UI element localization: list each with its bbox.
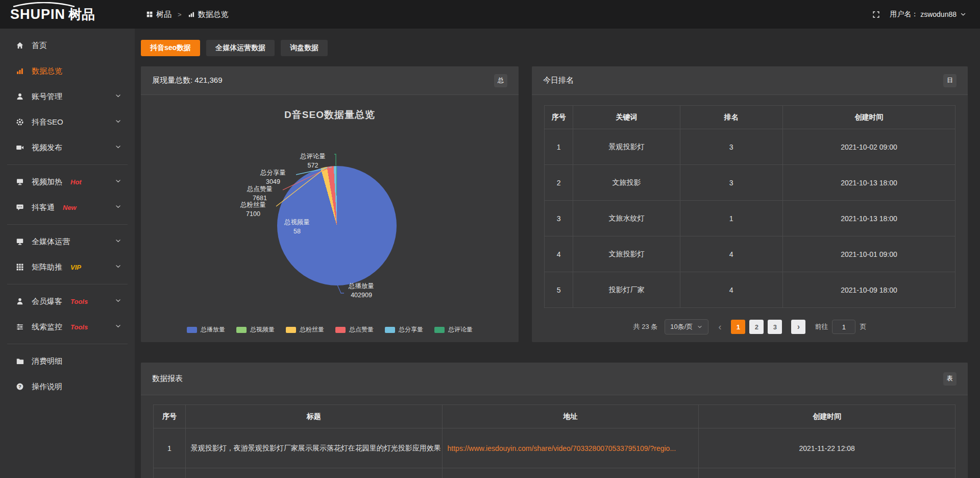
table-row[interactable] <box>154 468 955 478</box>
sidebar-item-video-heat[interactable]: 视频加热Hot <box>0 169 135 195</box>
page-button-1[interactable]: 1 <box>731 320 745 334</box>
sidebar-item-label: 消费明细 <box>32 356 62 366</box>
sidebar: 首页数据总览账号管理抖音SEO视频发布视频加热Hot抖客通New全媒体运营矩阵助… <box>0 29 135 478</box>
page-button-3[interactable]: 3 <box>768 320 782 334</box>
sidebar-item-doukotong[interactable]: 抖客通New <box>0 195 135 220</box>
table-row[interactable]: 4文旅投影灯42021-10-01 09:00 <box>545 236 955 272</box>
sidebar-item-media-operation[interactable]: 全媒体运营 <box>0 229 135 254</box>
chevron-down-icon <box>115 92 121 101</box>
table-cell: 文旅投影灯 <box>573 236 680 272</box>
chevron-down-icon <box>115 117 121 127</box>
sidebar-item-label: 操作说明 <box>32 382 62 392</box>
table-cell: 2021-11-22 12:08 <box>699 428 955 468</box>
table-cell: 4 <box>680 272 782 308</box>
pie-label-0: 总播放量402909 <box>338 282 384 300</box>
report-card-body: 序号标题地址创建时间1景观投影灯，夜游景观投影灯厂家展示展示落花灯在花园里的灯光… <box>141 395 968 478</box>
chevron-down-icon <box>115 203 121 212</box>
table-cell: 3 <box>680 129 782 165</box>
table-cell: 3 <box>680 165 782 201</box>
table-row[interactable]: 5投影灯厂家42021-10-09 18:00 <box>545 272 955 308</box>
sidebar-item-douyin-seo[interactable]: 抖音SEO <box>0 109 135 135</box>
sidebar-item-video-publish[interactable]: 视频发布 <box>0 135 135 160</box>
legend-item[interactable]: 总播放量 <box>187 325 225 334</box>
legend-item[interactable]: 总分享量 <box>385 325 423 334</box>
page-button-2[interactable]: 2 <box>749 320 764 334</box>
sidebar-item-label: 首页 <box>32 41 47 51</box>
gear-icon <box>15 118 24 126</box>
sidebar-divider <box>7 284 128 284</box>
total-badge[interactable]: 总 <box>494 74 507 87</box>
breadcrumb-item-current[interactable]: 数据总览 <box>188 10 229 19</box>
report-table: 序号标题地址创建时间1景观投影灯，夜游景观投影灯厂家展示展示落花灯在花园里的灯光… <box>153 404 955 478</box>
table-cell: 2021-10-13 18:00 <box>782 165 955 201</box>
table-row[interactable]: 2文旅投影32021-10-13 18:00 <box>545 165 955 201</box>
cards-row: 展现量总数: 421,369 总 D音SEO数据量总览 总播放量402909总视… <box>141 66 968 342</box>
column-header: 关键词 <box>573 106 680 129</box>
fullscreen-icon[interactable] <box>872 10 880 19</box>
column-header: 地址 <box>442 405 699 428</box>
sidebar-item-consume-detail[interactable]: 消费明细 <box>0 348 135 374</box>
video-link[interactable]: https://www.iesdouyin.com/share/video/70… <box>448 444 676 452</box>
sidebar-item-matrix-boost[interactable]: 矩阵助推VIP <box>0 254 135 280</box>
table-row[interactable]: 3文旅水纹灯12021-10-13 18:00 <box>545 201 955 236</box>
main-content: 抖音seo数据全媒体运营数据询盘数据 展现量总数: 421,369 总 D音SE… <box>135 29 980 478</box>
column-header: 序号 <box>154 405 186 428</box>
video-icon <box>15 144 24 152</box>
prev-page-button[interactable]: ‹ <box>714 320 726 334</box>
tab-douyin-seo-data[interactable]: 抖音seo数据 <box>141 40 200 56</box>
breadcrumb: 树品 > 数据总览 <box>146 10 229 19</box>
column-header: 标题 <box>185 405 442 428</box>
member-icon <box>15 297 24 305</box>
report-card-header: 数据报表 表 <box>141 363 968 395</box>
table-row[interactable]: 1景观投影灯32021-10-02 09:00 <box>545 129 955 165</box>
sidebar-item-account-manage[interactable]: 账号管理 <box>0 84 135 109</box>
sidebar-item-clue-monitor[interactable]: 线索监控Tools <box>0 314 135 340</box>
chevron-down-icon <box>115 297 121 306</box>
screen-icon <box>15 178 24 186</box>
table-cell: 4 <box>680 236 782 272</box>
legend-item[interactable]: 总评论量 <box>434 325 473 334</box>
column-header: 创建时间 <box>699 405 955 428</box>
data-tabs: 抖音seo数据全媒体运营数据询盘数据 <box>141 40 968 56</box>
sidebar-item-label: 矩阵助推 <box>32 262 62 272</box>
pie-legend: 总播放量总视频量总粉丝量总点赞量总分享量总评论量 <box>141 325 519 334</box>
sidebar-divider <box>7 224 128 225</box>
table-row[interactable]: 1景观投影灯，夜游景观投影灯厂家展示展示落花灯在花园里的灯光投影应用效果 #ht… <box>154 428 955 468</box>
table-cell: 4 <box>545 236 573 272</box>
report-card: 数据报表 表 序号标题地址创建时间1景观投影灯，夜游景观投影灯厂家展示展示落花灯… <box>141 363 968 478</box>
sliders-icon <box>15 323 24 331</box>
pie-chart: D音SEO数据量总览 总播放量402909总视频量58总粉丝量7100总点赞量7… <box>141 95 519 342</box>
legend-item[interactable]: 总视频量 <box>236 325 275 334</box>
tab-inquiry-data[interactable]: 询盘数据 <box>281 40 328 56</box>
sidebar-item-operation-guide[interactable]: ?操作说明 <box>0 374 135 399</box>
pie-label-5: 总评论量572 <box>290 152 336 171</box>
username: zswodun88 <box>920 10 957 18</box>
goto-page-input[interactable] <box>832 320 855 334</box>
table-cell: 2 <box>545 165 573 201</box>
day-badge[interactable]: 日 <box>943 74 957 87</box>
rank-card-header: 今日排名 日 <box>532 66 968 95</box>
column-header: 创建时间 <box>782 106 955 129</box>
column-header: 排名 <box>680 106 782 129</box>
report-card-title: 数据报表 <box>152 374 183 384</box>
table-header-row: 序号标题地址创建时间 <box>154 405 955 428</box>
tab-media-operation-data[interactable]: 全媒体运营数据 <box>206 40 275 56</box>
breadcrumb-item-root[interactable]: 树品 <box>146 10 172 19</box>
sidebar-item-data-overview[interactable]: 数据总览 <box>0 58 135 84</box>
sidebar-item-label: 全媒体运营 <box>32 237 70 247</box>
chevron-down-icon <box>115 237 121 246</box>
next-page-button[interactable]: › <box>791 320 805 334</box>
sidebar-item-label: 抖客通 <box>32 203 55 212</box>
table-cell: 文旅水纹灯 <box>573 201 680 236</box>
user-menu[interactable]: 用户名：zswodun88 <box>890 10 967 19</box>
table-badge[interactable]: 表 <box>943 372 957 386</box>
overview-card-header: 展现量总数: 421,369 总 <box>141 66 519 95</box>
sidebar-item-member-baoke[interactable]: 会员爆客Tools <box>0 289 135 314</box>
question-icon: ? <box>15 383 24 391</box>
sidebar-item-home[interactable]: 首页 <box>0 33 135 58</box>
pie-label-1: 总视频量58 <box>274 218 320 236</box>
page-size-select[interactable]: 10条/页 <box>665 319 708 334</box>
legend-item[interactable]: 总粉丝量 <box>286 325 324 334</box>
legend-item[interactable]: 总点赞量 <box>335 325 374 334</box>
table-cell: 2021-10-13 18:00 <box>782 201 955 236</box>
